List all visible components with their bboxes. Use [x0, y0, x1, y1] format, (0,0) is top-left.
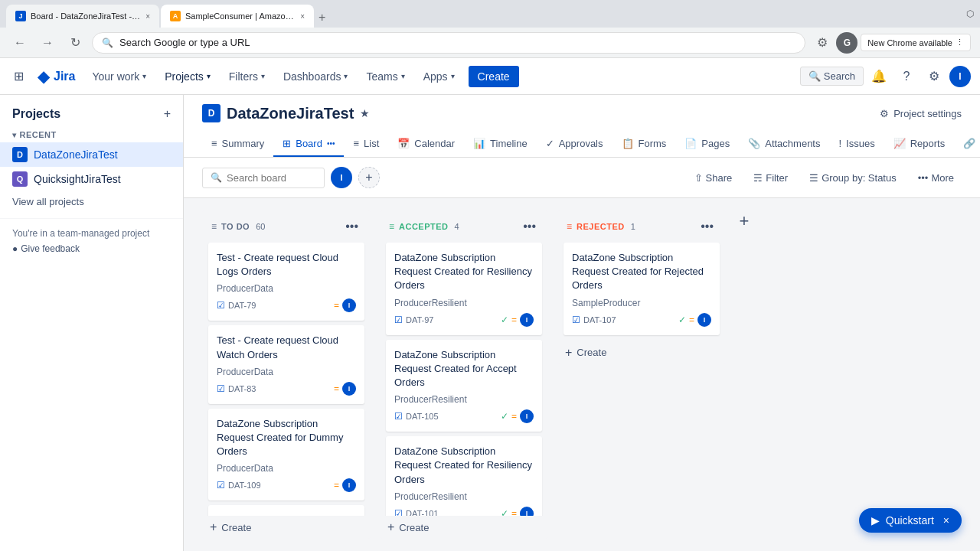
reports-icon: 📈 — [893, 138, 906, 149]
approvals-icon: ✓ — [546, 138, 554, 149]
sidebar-item-quicksight[interactable]: Q QuicksightJiraTest — [0, 167, 183, 191]
column-title-todo: TO DO — [221, 222, 250, 231]
group-icon: ☰ — [809, 172, 818, 184]
card-label: ProducerResilient — [394, 394, 534, 405]
group-by-button[interactable]: ☰ Group by: Status — [802, 168, 904, 187]
quickstart-button[interactable]: ▶ Quickstart × — [859, 508, 962, 533]
browser-avatar[interactable]: G — [836, 32, 858, 54]
card-todo-3[interactable]: DataZone Subscription Request Created fo… — [208, 505, 364, 516]
tab-calendar[interactable]: 📅 Calendar — [388, 132, 464, 157]
settings-button[interactable]: ⚙ — [922, 64, 946, 89]
browser-tab-2[interactable]: A SampleConsumer | Amazon C... × — [161, 5, 314, 28]
project-settings-button[interactable]: ⚙ Project settings — [880, 108, 962, 119]
card-rejected-0[interactable]: DataZone Subscription Request Created fo… — [564, 243, 720, 335]
notifications-button[interactable]: 🔔 — [867, 64, 891, 89]
column-count-todo: 60 — [256, 222, 265, 231]
column-add-accepted[interactable]: + Create — [380, 516, 548, 539]
nav-apps[interactable]: Apps ▾ — [416, 66, 462, 87]
new-tab-button[interactable]: + — [315, 8, 328, 28]
pages-icon: 📄 — [684, 138, 697, 149]
share-button[interactable]: ⇧ Share — [687, 168, 740, 187]
jira-logo[interactable]: ◆ Jira — [31, 63, 81, 90]
sidebar-item-datazone[interactable]: D DataZoneJiraTest — [0, 142, 183, 167]
column-cards-todo: Test - Create request Cloud Logs Orders … — [202, 243, 371, 516]
column-add-todo[interactable]: + Create — [202, 516, 371, 539]
card-id: ☑ DAT-101 — [394, 508, 439, 516]
card-title: DataZone Subscription Request Created fo… — [572, 251, 711, 293]
browser-tabs: J Board - DataZoneJiraTest - J... × A Sa… — [6, 0, 328, 28]
search-board-input[interactable] — [227, 172, 303, 184]
card-avatar: I — [520, 313, 534, 327]
card-label: ProducerResilient — [394, 298, 534, 308]
view-all-projects[interactable]: View all projects — [0, 191, 183, 212]
tab-approvals[interactable]: ✓ Approvals — [537, 132, 612, 157]
nav-dashboards[interactable]: Dashboards ▾ — [276, 66, 356, 87]
card-footer: ☑ DAT-97 ✓ = I — [394, 313, 534, 327]
column-add-rejected[interactable]: + Create — [557, 341, 726, 364]
user-avatar[interactable]: I — [949, 66, 971, 87]
tab-list[interactable]: ≡ List — [344, 132, 388, 157]
top-nav: ⊞ ◆ Jira Your work ▾ Projects ▾ Filters … — [0, 58, 980, 95]
search-board-field[interactable]: 🔍 — [202, 168, 325, 188]
card-footer: ☑ DAT-101 ✓ = I — [394, 507, 534, 516]
card-todo-0[interactable]: Test - Create request Cloud Logs Orders … — [208, 243, 364, 321]
card-todo-1[interactable]: Test - Create request Cloud Watch Orders… — [208, 325, 364, 403]
column-count-accepted: 4 — [455, 222, 459, 231]
card-accepted-1[interactable]: DataZone Subscription Request Created fo… — [386, 340, 542, 432]
give-feedback-link[interactable]: ● Give feedback — [12, 243, 171, 254]
shortcuts-icon: 🔗 — [963, 138, 975, 149]
tab-issues[interactable]: ! Issues — [829, 132, 884, 157]
column-more-rejected[interactable]: ••• — [697, 218, 717, 235]
tab-shortcuts[interactable]: 🔗 Shortcuts ▾ — [954, 132, 980, 157]
nav-filters[interactable]: Filters ▾ — [221, 66, 273, 87]
tab-2-close[interactable]: × — [300, 12, 305, 21]
add-icon: + — [387, 520, 394, 534]
amazon-favicon: A — [170, 11, 181, 21]
tab-pages[interactable]: 📄 Pages — [675, 132, 739, 157]
tab-attachments[interactable]: 📎 Attachments — [739, 132, 829, 157]
add-column-button[interactable]: + — [735, 210, 753, 232]
card-accepted-2[interactable]: DataZone Subscription Request Created fo… — [386, 436, 542, 516]
back-button[interactable]: ← — [9, 32, 31, 54]
create-button[interactable]: Create — [469, 66, 519, 87]
add-avatar-button[interactable]: + — [358, 167, 380, 188]
search-bar[interactable]: 🔍 Search — [800, 67, 864, 86]
sidebar-recent-section: ▾ RECENT — [0, 127, 183, 142]
more-button[interactable]: ••• More — [910, 168, 962, 187]
nav-your-work[interactable]: Your work ▾ — [84, 66, 154, 87]
column-more-accepted[interactable]: ••• — [520, 218, 539, 235]
reload-button[interactable]: ↻ — [64, 32, 86, 54]
tab-board[interactable]: ⊞ Board ••• — [273, 132, 344, 157]
quicksight-icon: Q — [12, 171, 28, 187]
nav-teams[interactable]: Teams ▾ — [358, 66, 412, 87]
card-avatar: I — [342, 382, 356, 396]
add-icon: + — [565, 346, 572, 360]
extensions-button[interactable]: ⚙ — [812, 32, 833, 54]
project-star-button[interactable]: ★ — [360, 107, 370, 119]
tab-1-close[interactable]: × — [145, 12, 150, 21]
project-tabs: ≡ Summary ⊞ Board ••• ≡ List 📅 Calend — [202, 132, 962, 157]
board: ≡ TO DO 60 ••• Test - Create request Clo… — [184, 198, 980, 551]
card-footer: ☑ DAT-105 ✓ = I — [394, 409, 534, 423]
apps-grid-button[interactable]: ⊞ — [9, 64, 28, 88]
quickstart-close-button[interactable]: × — [943, 514, 949, 527]
tab-timeline[interactable]: 📊 Timeline — [464, 132, 537, 157]
card-label: SampleProducer — [572, 298, 711, 308]
tab-reports[interactable]: 📈 Reports — [884, 132, 955, 157]
help-button[interactable]: ? — [894, 64, 919, 89]
tab-forms[interactable]: 📋 Forms — [612, 132, 676, 157]
card-label: ProducerResilient — [394, 491, 534, 502]
sidebar-add-button[interactable]: + — [164, 107, 171, 121]
tab-summary[interactable]: ≡ Summary — [202, 132, 273, 157]
column-cards-rejected: DataZone Subscription Request Created fo… — [557, 243, 726, 341]
column-more-todo[interactable]: ••• — [342, 218, 361, 235]
datazone-icon: D — [12, 147, 28, 162]
nav-projects[interactable]: Projects ▾ — [157, 66, 218, 87]
browser-tab-1[interactable]: J Board - DataZoneJiraTest - J... × — [6, 5, 159, 28]
url-bar[interactable]: 🔍 Search Google or type a URL — [92, 32, 805, 54]
board-avatar[interactable]: I — [331, 167, 352, 188]
card-todo-2[interactable]: DataZone Subscription Request Created fo… — [208, 409, 364, 501]
card-accepted-0[interactable]: DataZone Subscription Request Created fo… — [386, 243, 542, 335]
filter-button[interactable]: ☴ Filter — [746, 168, 795, 187]
forward-button[interactable]: → — [37, 32, 58, 54]
